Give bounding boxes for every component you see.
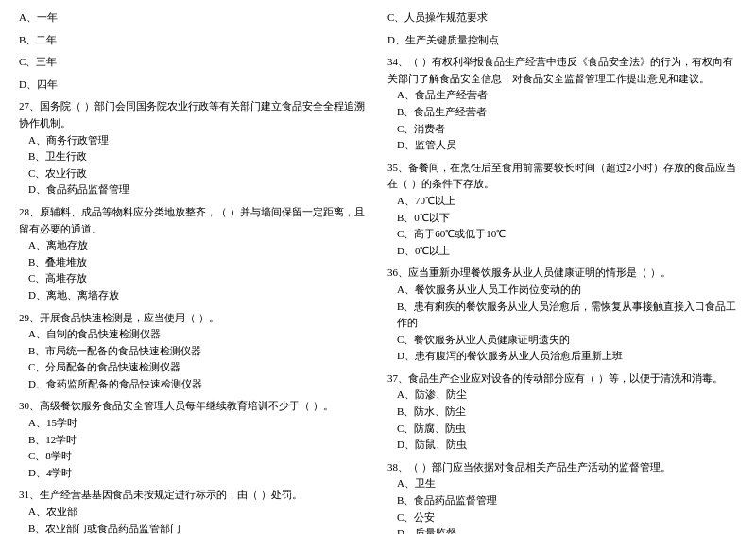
option-text: D、患有腹泻的餐饮服务从业人员治愈后重新上班	[387, 348, 737, 365]
question-item: 31、生产经营基基因食品未按规定进行标示的，由（ ）处罚。A、农业部B、农业部门…	[19, 487, 369, 534]
option-text: B、食品药品监督管理	[387, 492, 737, 509]
question-item: C、三年	[19, 54, 369, 71]
option-text: D、监管人员	[387, 137, 737, 154]
option-text: B、农业部门或食品药品监管部门	[19, 521, 369, 534]
question-item: B、二年	[19, 32, 369, 49]
option-text: B、12学时	[19, 432, 369, 449]
option-text: C、消费者	[387, 121, 737, 138]
option-text: C、分局配备的食品快速检测仪器	[19, 359, 369, 376]
question-item: 29、开展食品快速检测是，应当使用（ ）。A、自制的食品快速检测仪器B、市局统一…	[19, 310, 369, 393]
question-item: 34、（ ）有权利举报食品生产经营中违反《食品安全法》的行为，有权向有关部门了解…	[387, 54, 737, 154]
question-item: 30、高级餐饮服务食品安全管理人员每年继续教育培训不少于（ ）。A、15学时B、…	[19, 398, 369, 481]
option-text: B、市局统一配备的食品快速检测仪器	[19, 343, 369, 360]
option-text: A、离地存放	[19, 237, 369, 254]
option-text: B、患有痢疾的餐饮服务从业人员治愈后，需恢复从事接触直接入口食品工作的	[387, 299, 737, 332]
question-text: 34、（ ）有权利举报食品生产经营中违反《食品安全法》的行为，有权向有关部门了解…	[387, 54, 737, 87]
question-item: 28、原辅料、成品等物料应分类地放整齐，（ ）并与墙间保留一定距离，且留有必要的…	[19, 204, 369, 304]
option-text: D、质量监督	[387, 525, 737, 534]
question-text: 35、备餐间，在烹饪后至食用前需要较长时间（超过2小时）存放的食品应当在（ ）的…	[387, 160, 737, 193]
option-text: D、离地、离墙存放	[19, 287, 369, 304]
option-text: C、餐饮服务从业人员健康证明遗失的	[387, 332, 737, 349]
option-text: D、防鼠、防虫	[387, 437, 737, 454]
option-text: D、食药监所配备的食品快速检测仪器	[19, 376, 369, 393]
option-text: C、8学时	[19, 448, 369, 465]
question-item: D、四年	[19, 77, 369, 94]
question-text: 29、开展食品快速检测是，应当使用（ ）。	[19, 310, 369, 327]
option-text: A、70℃以上	[387, 193, 737, 210]
option-text: C、农业行政	[19, 165, 369, 182]
question-item: 37、食品生产企业应对设备的传动部分应有（ ）等，以便于清洗和消毒。A、防渗、防…	[387, 370, 737, 454]
question-item: 38、（ ）部门应当依据对食品相关产品生产活动的监督管理。A、卫生B、食品药品监…	[387, 459, 737, 534]
page: A、一年B、二年C、三年D、四年27、国务院（ ）部门会同国务院农业行政等有关部…	[19, 9, 737, 534]
option-text: B、叠堆堆放	[19, 254, 369, 271]
option-text: A、食品生产经营者	[387, 87, 737, 104]
question-text: C、人员操作规范要求	[387, 9, 737, 26]
option-text: B、卫生行政	[19, 148, 369, 165]
question-text: B、二年	[19, 32, 369, 49]
option-text: A、15学时	[19, 415, 369, 432]
option-text: C、高于60℃或低于10℃	[387, 226, 737, 243]
option-text: A、自制的食品快速检测仪器	[19, 326, 369, 343]
option-text: A、餐饮服务从业人员工作岗位变动的的	[387, 282, 737, 299]
option-text: B、防水、防尘	[387, 404, 737, 421]
question-item: C、人员操作规范要求	[387, 9, 737, 26]
option-text: A、卫生	[387, 475, 737, 492]
option-text: D、0℃以上	[387, 243, 737, 260]
option-text: B、0℃以下	[387, 210, 737, 227]
question-text: 31、生产经营基基因食品未按规定进行标示的，由（ ）处罚。	[19, 487, 369, 504]
question-item: D、生产关键质量控制点	[387, 32, 737, 49]
question-text: 30、高级餐饮服务食品安全管理人员每年继续教育培训不少于（ ）。	[19, 398, 369, 415]
content-columns: A、一年B、二年C、三年D、四年27、国务院（ ）部门会同国务院农业行政等有关部…	[19, 9, 737, 534]
question-text: C、三年	[19, 54, 369, 71]
question-text: 27、国务院（ ）部门会同国务院农业行政等有关部门建立食品安全全程追溯协作机制。	[19, 98, 369, 131]
question-text: D、生产关键质量控制点	[387, 32, 737, 49]
question-text: 37、食品生产企业应对设备的传动部分应有（ ）等，以便于清洗和消毒。	[387, 370, 737, 388]
option-text: D、4学时	[19, 465, 369, 482]
question-item: 35、备餐间，在烹饪后至食用前需要较长时间（超过2小时）存放的食品应当在（ ）的…	[387, 160, 737, 260]
option-text: C、高堆存放	[19, 270, 369, 287]
question-item: 27、国务院（ ）部门会同国务院农业行政等有关部门建立食品安全全程追溯协作机制。…	[19, 98, 369, 198]
option-text: B、食品生产经营者	[387, 104, 737, 121]
option-text: C、公安	[387, 509, 737, 526]
question-text: D、四年	[19, 77, 369, 94]
question-text: A、一年	[19, 9, 369, 26]
question-item: 36、应当重新办理餐饮服务从业人员健康证明的情形是（ ）。A、餐饮服务从业人员工…	[387, 265, 737, 365]
question-text: 36、应当重新办理餐饮服务从业人员健康证明的情形是（ ）。	[387, 265, 737, 282]
question-text: 28、原辅料、成品等物料应分类地放整齐，（ ）并与墙间保留一定距离，且留有必要的…	[19, 204, 369, 237]
option-text: A、防渗、防尘	[387, 387, 737, 404]
option-text: A、商务行政管理	[19, 132, 369, 149]
question-item: A、一年	[19, 9, 369, 26]
option-text: C、防腐、防虫	[387, 421, 737, 438]
option-text: D、食品药品监督管理	[19, 181, 369, 198]
left-column: A、一年B、二年C、三年D、四年27、国务院（ ）部门会同国务院农业行政等有关部…	[19, 9, 369, 534]
option-text: A、农业部	[19, 504, 369, 521]
right-column: C、人员操作规范要求D、生产关键质量控制点34、（ ）有权利举报食品生产经营中违…	[387, 9, 737, 534]
question-text: 38、（ ）部门应当依据对食品相关产品生产活动的监督管理。	[387, 459, 737, 476]
